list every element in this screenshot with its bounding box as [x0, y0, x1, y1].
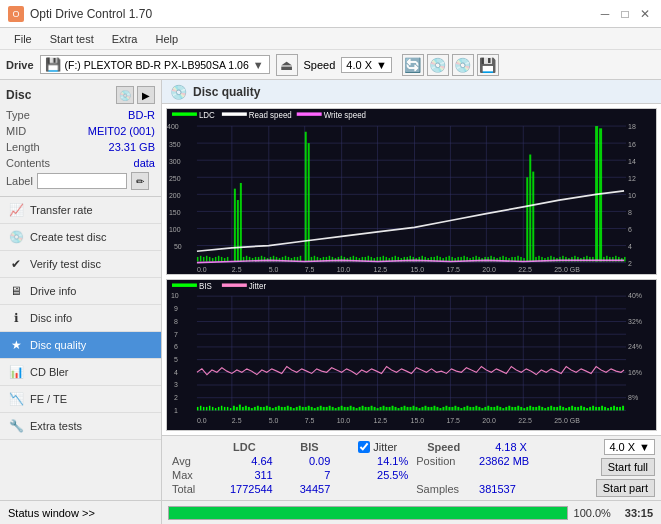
speed-dropdown[interactable]: 4.0 X ▼: [604, 439, 655, 455]
disc-icon-2[interactable]: ▶: [137, 86, 155, 104]
svg-rect-332: [445, 406, 447, 411]
start-full-button[interactable]: Start full: [601, 458, 655, 476]
svg-rect-68: [240, 183, 242, 262]
svg-rect-380: [589, 407, 591, 410]
content-icon: 💿: [170, 84, 187, 100]
svg-text:2: 2: [628, 259, 632, 269]
svg-rect-359: [526, 407, 528, 410]
start-part-button[interactable]: Start part: [596, 479, 655, 497]
svg-rect-279: [287, 406, 289, 411]
svg-text:7: 7: [174, 329, 178, 339]
svg-rect-364: [541, 407, 543, 410]
svg-text:300: 300: [169, 156, 181, 166]
charts-container: LDC Read speed Write speed: [162, 104, 661, 435]
svg-rect-258: [227, 407, 228, 410]
svg-rect-270: [260, 407, 262, 410]
svg-text:17.5: 17.5: [446, 264, 460, 274]
menu-extra[interactable]: Extra: [104, 31, 146, 47]
status-window-button[interactable]: Status window >>: [0, 501, 162, 524]
content-area: 💿 Disc quality LDC Read speed Write spee…: [162, 80, 661, 500]
avg-row-label: Avg: [168, 454, 208, 468]
svg-rect-367: [550, 406, 552, 411]
svg-rect-357: [520, 407, 522, 410]
svg-text:12.5: 12.5: [374, 416, 388, 426]
save-button[interactable]: 💾: [477, 54, 499, 76]
svg-rect-342: [475, 406, 477, 411]
svg-text:14: 14: [628, 156, 636, 166]
label-input[interactable]: [37, 173, 127, 189]
sidebar-item-drive-info[interactable]: 🖥 Drive info: [0, 278, 161, 305]
mid-label: MID: [6, 125, 26, 137]
disc-header: Disc 💿 ▶: [6, 86, 155, 104]
disc-icon-1[interactable]: 💿: [116, 86, 134, 104]
speed-dropdown-area: 4.0 X ▼: [604, 439, 655, 455]
burn-button[interactable]: 💿: [427, 54, 449, 76]
svg-rect-379: [586, 408, 588, 410]
sidebar-item-label: Verify test disc: [30, 258, 101, 270]
sidebar-item-verify-test-disc[interactable]: ✔ Verify test disc: [0, 251, 161, 278]
label-field: Label: [6, 175, 33, 187]
bis-chart: BIS Jitter 10: [166, 279, 657, 431]
svg-rect-255: [218, 407, 219, 410]
svg-text:2.5: 2.5: [232, 416, 242, 426]
refresh-button[interactable]: 🔄: [402, 54, 424, 76]
svg-rect-273: [269, 407, 271, 410]
bis-header: BIS: [281, 440, 339, 454]
sidebar-item-cd-bler[interactable]: 📊 CD Bler: [0, 359, 161, 386]
menu-help[interactable]: Help: [147, 31, 186, 47]
svg-rect-353: [508, 406, 510, 411]
svg-rect-390: [619, 407, 621, 410]
svg-rect-343: [478, 407, 480, 410]
disc-button[interactable]: 💿: [452, 54, 474, 76]
sidebar-item-disc-info[interactable]: ℹ Disc info: [0, 305, 161, 332]
max-ldc: 311: [208, 468, 281, 482]
svg-rect-358: [523, 408, 525, 410]
speed-select[interactable]: 4.0 X ▼: [341, 57, 392, 73]
svg-rect-163: [526, 177, 528, 261]
svg-text:350: 350: [169, 139, 181, 149]
sidebar-item-fe-te[interactable]: 📉 FE / TE: [0, 386, 161, 413]
close-button[interactable]: ✕: [637, 6, 653, 22]
menu-file[interactable]: File: [6, 31, 40, 47]
sidebar-item-disc-quality[interactable]: ★ Disc quality: [0, 332, 161, 359]
sidebar-item-create-test-disc[interactable]: 💿 Create test disc: [0, 224, 161, 251]
svg-rect-287: [311, 407, 313, 410]
svg-rect-317: [401, 407, 403, 410]
jitter-checkbox[interactable]: [358, 441, 370, 453]
svg-rect-315: [395, 407, 397, 410]
menu-start-test[interactable]: Start test: [42, 31, 102, 47]
svg-rect-250: [203, 407, 204, 410]
svg-rect-391: [622, 406, 624, 411]
svg-rect-311: [383, 406, 385, 411]
svg-rect-313: [389, 407, 391, 410]
label-edit-button[interactable]: ✏: [131, 172, 149, 190]
svg-text:400: 400: [167, 122, 179, 132]
svg-text:18: 18: [628, 122, 636, 132]
svg-rect-369: [556, 407, 558, 410]
type-value: BD-R: [128, 109, 155, 121]
svg-rect-263: [239, 405, 241, 411]
sidebar-item-extra-tests[interactable]: 🔧 Extra tests: [0, 413, 161, 440]
speed-dropdown-value: 4.0 X: [609, 441, 635, 453]
bottom-bar: Status window >> 100.0% 33:15: [0, 500, 661, 524]
svg-rect-3: [222, 112, 247, 115]
svg-rect-269: [257, 406, 259, 411]
samples-label: Samples: [412, 482, 475, 496]
svg-rect-319: [407, 407, 409, 410]
svg-rect-289: [317, 407, 319, 410]
fe-te-icon: 📉: [8, 391, 24, 407]
svg-rect-365: [544, 408, 546, 410]
svg-rect-326: [427, 407, 429, 410]
max-row-label: Max: [168, 468, 208, 482]
svg-rect-262: [236, 407, 238, 410]
drive-select[interactable]: 💾 (F:) PLEXTOR BD-R PX-LB950SA 1.06 ▼: [40, 55, 270, 74]
svg-rect-387: [610, 407, 612, 410]
svg-rect-340: [469, 407, 471, 410]
sidebar-item-transfer-rate[interactable]: 📈 Transfer rate: [0, 197, 161, 224]
maximize-button[interactable]: □: [617, 6, 633, 22]
eject-button[interactable]: ⏏: [276, 54, 298, 76]
minimize-button[interactable]: ─: [597, 6, 613, 22]
svg-text:0.0: 0.0: [197, 264, 207, 274]
svg-rect-373: [568, 407, 570, 410]
svg-rect-333: [448, 407, 450, 410]
